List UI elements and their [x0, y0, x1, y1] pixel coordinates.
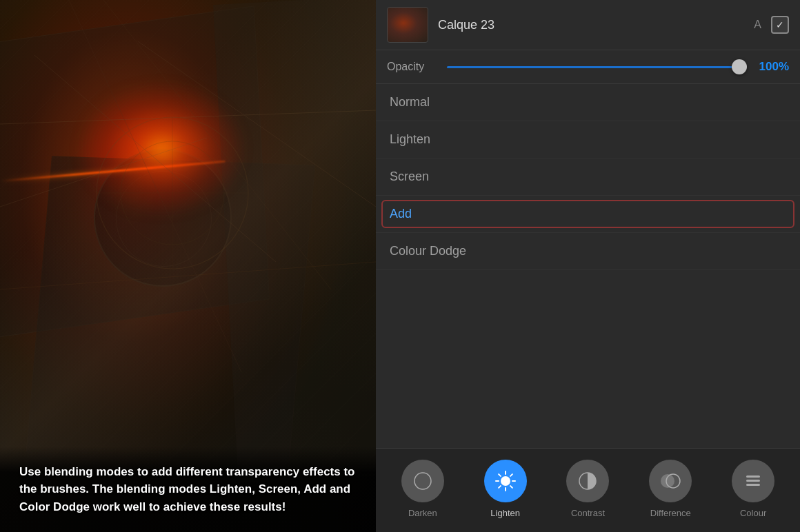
blend-icon-contrast[interactable]: Contrast: [560, 460, 615, 518]
blend-icon-lighten[interactable]: Lighten: [478, 460, 533, 518]
layer-thumbnail: [387, 7, 428, 43]
svg-point-12: [501, 476, 510, 486]
lighten-label: Lighten: [490, 508, 520, 518]
layer-alpha-label: A: [754, 19, 761, 31]
svg-line-18: [510, 486, 512, 488]
blend-icon-darken[interactable]: Darken: [395, 460, 450, 518]
svg-line-2: [69, 0, 241, 372]
svg-line-3: [138, 41, 376, 207]
darken-circle: [401, 460, 444, 502]
svg-line-20: [510, 474, 512, 476]
blend-mode-add[interactable]: Add: [376, 196, 800, 233]
right-panel: Calque 23 A Opacity 100% Normal Lighten …: [376, 0, 800, 532]
darken-label: Darken: [408, 508, 437, 518]
svg-line-17: [499, 474, 501, 476]
svg-line-5: [103, 0, 331, 289]
svg-point-11: [414, 473, 431, 489]
layer-header: Calque 23 A: [376, 0, 800, 50]
opacity-label: Opacity: [387, 61, 439, 73]
blend-icon-difference[interactable]: Difference: [643, 460, 698, 518]
lighten-circle: [484, 460, 527, 502]
blend-icons-container: Darken Lighten: [381, 460, 794, 518]
svg-rect-24: [746, 475, 760, 478]
caption-text: Use blending modes to add different tran…: [19, 463, 357, 516]
svg-rect-25: [746, 480, 760, 482]
artwork-panel: Use blending modes to add different tran…: [0, 0, 376, 532]
blend-icon-colour[interactable]: Colour: [726, 460, 781, 518]
blend-mode-normal[interactable]: Normal: [376, 84, 800, 121]
svg-line-4: [0, 138, 207, 207]
opacity-value: 100%: [754, 60, 789, 74]
blend-mode-colour-dodge[interactable]: Colour Dodge: [376, 233, 800, 270]
difference-circle: [649, 460, 692, 502]
contrast-label: Contrast: [571, 508, 605, 518]
blend-mode-screen[interactable]: Screen: [376, 158, 800, 196]
colour-label: Colour: [740, 508, 766, 518]
opacity-slider[interactable]: [447, 66, 746, 68]
opacity-row: Opacity 100%: [376, 50, 800, 84]
difference-label: Difference: [650, 508, 691, 518]
caption-area: Use blending modes to add different tran…: [0, 447, 376, 533]
layer-visibility-checkbox[interactable]: [771, 16, 789, 34]
svg-rect-26: [746, 484, 760, 486]
layer-name: Calque 23: [438, 18, 744, 32]
opacity-thumb[interactable]: [732, 59, 747, 74]
svg-line-6: [0, 262, 376, 289]
svg-line-0: [0, 110, 376, 124]
blend-mode-lighten[interactable]: Lighten: [376, 121, 800, 158]
blend-icons-row: Darken Lighten: [376, 448, 800, 532]
colour-circle: [732, 460, 774, 502]
blend-mode-list: Normal Lighten Screen Add Colour Dodge: [376, 84, 800, 448]
svg-line-19: [499, 486, 501, 488]
contrast-circle: [566, 460, 609, 502]
